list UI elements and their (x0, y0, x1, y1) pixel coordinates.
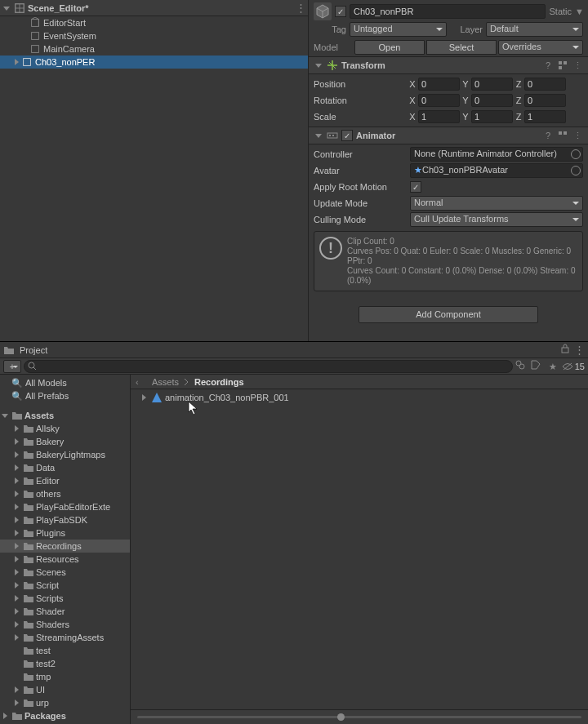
create-button[interactable]: + (3, 360, 21, 373)
hierarchy-item[interactable]: MainCamera (0, 42, 308, 56)
folder-item[interactable]: Scripts (0, 592, 130, 605)
folder-foldout[interactable] (11, 606, 21, 616)
item-foldout[interactable] (11, 57, 21, 67)
folder-foldout[interactable] (11, 528, 21, 538)
folder-item[interactable]: urp (0, 696, 130, 709)
scale-y-input[interactable] (471, 110, 513, 123)
folder-item[interactable]: Data (0, 461, 130, 474)
help-icon[interactable]: ? (542, 130, 554, 141)
folder-item[interactable]: UI (0, 683, 130, 696)
breadcrumb-root[interactable]: Assets (152, 377, 179, 387)
folder-foldout[interactable] (11, 515, 21, 525)
active-checkbox[interactable] (335, 6, 346, 17)
component-menu-icon[interactable]: ⋮ (572, 130, 583, 141)
folder-foldout[interactable] (11, 437, 21, 446)
project-search-input[interactable] (39, 362, 509, 371)
folder-item[interactable]: Scenes (0, 566, 130, 579)
apply-root-motion-checkbox[interactable] (410, 181, 421, 193)
animator-header[interactable]: Animator ? ⋮ (309, 127, 588, 144)
object-picker-icon[interactable] (571, 166, 581, 175)
layer-dropdown[interactable]: Default (486, 22, 583, 37)
select-button[interactable]: Select (426, 40, 497, 55)
search-by-type-icon[interactable] (515, 360, 528, 373)
folder-foldout[interactable] (11, 580, 21, 590)
folder-item[interactable]: Resources (0, 553, 130, 566)
culling-mode-dropdown[interactable]: Cull Update Transforms (410, 212, 583, 227)
position-z-input[interactable] (524, 78, 566, 91)
rotation-z-input[interactable] (524, 94, 566, 107)
position-x-input[interactable] (418, 78, 460, 91)
folder-item[interactable]: others (0, 487, 130, 500)
folder-foldout[interactable] (11, 424, 21, 433)
packages-foldout[interactable] (0, 711, 10, 721)
component-foldout[interactable] (314, 60, 323, 70)
folder-item[interactable]: PlayFabSDK (0, 513, 130, 526)
preset-icon[interactable] (557, 60, 568, 71)
folder-item[interactable]: Recordings (0, 540, 130, 553)
component-foldout[interactable] (314, 131, 323, 140)
add-component-button[interactable]: Add Component (359, 306, 538, 323)
lock-icon[interactable] (560, 344, 573, 357)
hierarchy-item[interactable]: EventSystem (0, 29, 308, 42)
project-menu-icon[interactable]: ⋮ (573, 344, 585, 356)
avatar-field[interactable]: ★Ch03_nonPBRAvatar (410, 163, 583, 178)
folder-item[interactable]: StreamingAssets (0, 631, 130, 644)
scene-name[interactable]: Scene_Editor* (28, 3, 295, 13)
packages-root[interactable]: Packages (0, 709, 130, 722)
hierarchy-item-selected[interactable]: Ch03_nonPER (0, 56, 308, 69)
controller-field[interactable]: None (Runtime Animator Controller) (410, 147, 583, 162)
scale-z-input[interactable] (524, 110, 566, 123)
folder-item[interactable]: Script (0, 579, 130, 592)
assets-root[interactable]: Assets (0, 409, 130, 422)
folder-foldout[interactable] (11, 554, 21, 564)
hidden-icon[interactable] (562, 362, 573, 371)
folder-item[interactable]: Allsky (0, 422, 130, 435)
open-button[interactable]: Open (354, 40, 425, 55)
favorite-star-icon[interactable]: ★ (546, 360, 559, 373)
folder-item[interactable]: BakeryLightmaps (0, 448, 130, 461)
overrides-dropdown[interactable]: Overrides (498, 40, 583, 55)
tag-dropdown[interactable]: Untagged (350, 22, 447, 37)
folder-item[interactable]: tmp (0, 670, 130, 683)
folder-item[interactable]: Shader (0, 605, 130, 618)
folder-foldout[interactable] (11, 489, 21, 499)
folder-foldout[interactable] (11, 502, 21, 512)
gameobject-name-input[interactable] (350, 4, 546, 19)
folder-item[interactable]: Bakery (0, 435, 130, 448)
folder-item[interactable]: Plugins (0, 526, 130, 540)
folder-item[interactable]: test2 (0, 657, 130, 670)
component-menu-icon[interactable]: ⋮ (572, 60, 583, 71)
preset-icon[interactable] (557, 130, 568, 141)
rotation-x-input[interactable] (418, 94, 460, 107)
animator-enabled-checkbox[interactable] (341, 130, 353, 141)
folder-item[interactable]: Editor (0, 474, 130, 487)
hierarchy-menu-icon[interactable]: ⋮ (295, 2, 306, 14)
folder-foldout[interactable] (11, 620, 21, 629)
position-y-input[interactable] (471, 78, 513, 91)
gameobject-header-icon[interactable] (314, 2, 332, 20)
favorite-item[interactable]: 🔍All Models (0, 376, 130, 389)
scene-foldout[interactable] (2, 3, 11, 13)
slider-thumb[interactable] (337, 713, 345, 721)
search-by-label-icon[interactable] (531, 360, 544, 373)
rotation-y-input[interactable] (471, 94, 513, 107)
folder-foldout[interactable] (11, 698, 21, 708)
folder-item[interactable]: Shaders (0, 618, 130, 631)
folder-foldout[interactable] (11, 593, 21, 603)
folder-foldout[interactable] (11, 633, 21, 642)
folder-foldout[interactable] (11, 450, 21, 460)
hierarchy-item[interactable]: EditorStart (0, 16, 308, 29)
folder-foldout[interactable] (11, 541, 21, 551)
folder-item[interactable]: test (0, 644, 130, 657)
favorite-item[interactable]: 🔍All Prefabs (0, 389, 130, 402)
object-picker-icon[interactable] (571, 149, 581, 159)
folder-foldout[interactable] (11, 463, 21, 473)
project-search[interactable] (24, 360, 513, 373)
folder-foldout[interactable] (11, 567, 21, 577)
scale-x-input[interactable] (418, 110, 460, 123)
folder-foldout[interactable] (11, 476, 21, 486)
transform-header[interactable]: Transform ? ⋮ (309, 56, 588, 74)
help-icon[interactable]: ? (542, 60, 554, 71)
assets-foldout[interactable] (0, 411, 10, 420)
project-tab-label[interactable]: Project (15, 344, 52, 357)
